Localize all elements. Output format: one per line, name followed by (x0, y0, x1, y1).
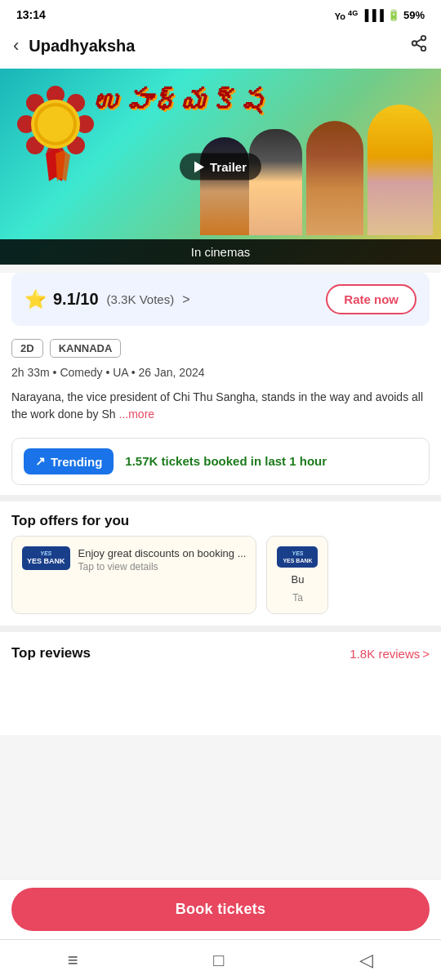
trending-text: 1.57K tickets booked in last 1 hour (125, 453, 327, 470)
section-divider-2 (0, 626, 441, 632)
offer-text-2: Bu (292, 572, 305, 587)
rating-score: 9.1/10 (53, 290, 99, 309)
status-bar: 13:14 Yo 4G ▐▐▐ 🔋 59% (0, 0, 441, 26)
offer-card-2[interactable]: YES YES BANK Bu Ta (266, 536, 328, 614)
section-divider-1 (0, 495, 441, 501)
reviews-header: Top reviews 1.8K reviews > (0, 632, 441, 670)
tag-2d: 2D (11, 339, 43, 358)
bottom-spacer (0, 670, 441, 735)
battery-icon: 🔋 (387, 9, 400, 21)
meta-text: 2h 33m • Comedy • UA • 26 Jan, 2024 (11, 366, 205, 379)
offer-subtext-1: Tap to view details (78, 561, 247, 572)
offer-subtext-2: Ta (292, 592, 303, 604)
battery-percent: 59% (403, 9, 425, 21)
more-link[interactable]: ...more (119, 408, 155, 421)
top-nav: ‹ Upadhyaksha (0, 26, 441, 69)
trending-badge: ↗ Trending (24, 448, 114, 474)
svg-line-3 (416, 44, 421, 47)
trending-bar: ↗ Trending 1.57K tickets booked in last … (11, 438, 430, 485)
bank-logo-1: YES YES BANK (22, 546, 70, 570)
trailer-button[interactable]: Trailer (180, 154, 261, 180)
offer-text-1: Enjoy great discounts on booking ... (78, 546, 247, 561)
trailer-label: Trailer (210, 160, 247, 174)
movie-banner: ಉపాధ్యక్ష Trailer In cinemas (0, 69, 441, 265)
offer-card-1[interactable]: YES YES BANK Enjoy great discounts on bo… (11, 536, 256, 614)
reviews-section: Top reviews 1.8K reviews > (0, 632, 441, 670)
rating-chevron: > (182, 292, 189, 307)
offer-info-1: Enjoy great discounts on booking ... Tap… (78, 546, 247, 572)
svg-point-15 (38, 106, 74, 142)
reviews-link[interactable]: 1.8K reviews > (350, 647, 430, 661)
reviews-chevron: > (422, 647, 430, 661)
person-3 (249, 129, 302, 235)
offers-scroll[interactable]: YES YES BANK Enjoy great discounts on bo… (0, 536, 441, 626)
description: Narayana, the vice president of Chi Thu … (0, 385, 441, 431)
back-nav-icon[interactable]: ◁ (359, 950, 373, 971)
play-icon (194, 161, 204, 172)
offers-title: Top offers for you (0, 501, 441, 536)
signal-icon: Yo 4G (335, 9, 359, 21)
in-cinemas-bar: In cinemas (0, 239, 441, 265)
menu-icon[interactable]: ≡ (68, 950, 78, 971)
reviews-title: Top reviews (11, 645, 91, 662)
rating-left: ⭐ 9.1/10 (3.3K Votes) > (24, 289, 190, 310)
rating-row: ⭐ 9.1/10 (3.3K Votes) > Rate now (11, 273, 430, 326)
rosette-decoration (15, 83, 96, 173)
tag-kannada: KANNADA (50, 339, 122, 358)
votes-text: (3.3K Votes) (107, 292, 175, 306)
book-btn-container: Book tickets (0, 879, 441, 939)
network-bars: ▐▐▐ (361, 9, 384, 21)
in-cinemas-text: In cinemas (191, 245, 251, 259)
offers-section: Top offers for you YES YES BANK Enjoy gr… (0, 501, 441, 626)
bank-logo-2: YES YES BANK (277, 546, 318, 568)
reviews-count: 1.8K reviews (350, 647, 420, 661)
description-text: Narayana, the vice president of Chi Thu … (11, 390, 423, 421)
rate-now-button[interactable]: Rate now (326, 284, 416, 314)
svg-marker-17 (56, 150, 70, 181)
book-tickets-button[interactable]: Book tickets (11, 888, 430, 931)
star-icon: ⭐ (24, 289, 47, 310)
person-1 (368, 105, 433, 235)
home-icon[interactable]: □ (213, 950, 224, 971)
time: 13:14 (16, 8, 46, 21)
trending-arrow: ↗ (35, 454, 46, 469)
back-button[interactable]: ‹ (13, 35, 19, 56)
share-button[interactable] (410, 34, 428, 57)
page-title: Upadhyaksha (19, 37, 410, 56)
svg-line-4 (416, 39, 421, 42)
meta-row: 2h 33m • Comedy • UA • 26 Jan, 2024 (0, 361, 441, 385)
trending-label: Trending (51, 455, 102, 469)
tags-row: 2D KANNADA (0, 334, 441, 361)
person-4 (200, 137, 249, 235)
bottom-nav: ≡ □ ◁ (0, 939, 441, 980)
person-2 (306, 121, 363, 235)
status-right: Yo 4G ▐▐▐ 🔋 59% (335, 9, 425, 21)
